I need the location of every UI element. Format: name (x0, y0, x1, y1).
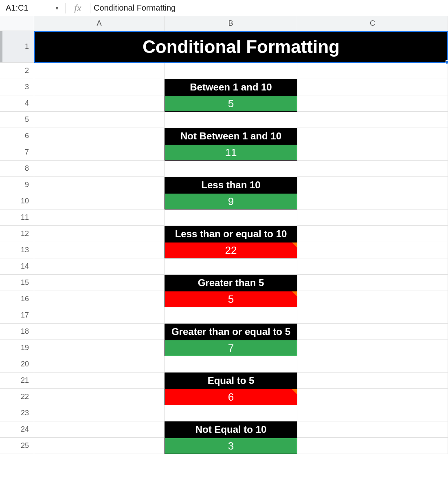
cell-C7[interactable] (297, 144, 448, 161)
row-header-14[interactable]: 14 (0, 258, 34, 275)
cell-C5[interactable] (297, 112, 448, 128)
note-indicator-icon[interactable] (292, 291, 297, 296)
row-header-4[interactable]: 4 (0, 95, 34, 112)
cell-A12[interactable] (34, 226, 165, 242)
cell-A19[interactable] (34, 340, 165, 356)
cell-A5[interactable] (34, 112, 165, 128)
cell-B13[interactable]: 22 (165, 242, 297, 258)
cell-A9[interactable] (34, 177, 165, 193)
cell-A22[interactable] (34, 389, 165, 405)
cell-B20[interactable] (165, 356, 297, 373)
title-cell[interactable]: Conditional Formatting (34, 31, 448, 63)
row-header-2[interactable]: 2 (0, 63, 34, 79)
cell-B3[interactable]: Between 1 and 10 (165, 79, 297, 95)
select-all-corner[interactable] (0, 16, 34, 31)
cell-C22[interactable] (297, 389, 448, 405)
row-header-17[interactable]: 17 (0, 307, 34, 324)
column-header-A[interactable]: A (34, 16, 165, 31)
cell-A13[interactable] (34, 242, 165, 258)
cell-B18[interactable]: Greater than or equal to 5 (165, 324, 297, 340)
cell-C12[interactable] (297, 226, 448, 242)
row-header-19[interactable]: 19 (0, 340, 34, 356)
spreadsheet-grid[interactable]: A B C 1 Conditional Formatting 2 3 Betwe… (0, 16, 448, 454)
cell-B19[interactable]: 7 (165, 340, 297, 356)
formula-input[interactable]: Conditional Formatting (90, 3, 448, 13)
column-header-C[interactable]: C (297, 16, 448, 31)
row-header-25[interactable]: 25 (0, 438, 34, 454)
cell-A6[interactable] (34, 128, 165, 144)
cell-A7[interactable] (34, 144, 165, 161)
row-header-20[interactable]: 20 (0, 356, 34, 373)
cell-C21[interactable] (297, 373, 448, 389)
cell-B23[interactable] (165, 405, 297, 421)
cell-A10[interactable] (34, 193, 165, 209)
note-indicator-icon[interactable] (292, 389, 297, 394)
row-header-1[interactable]: 1 (0, 31, 34, 63)
cell-A23[interactable] (34, 405, 165, 421)
cell-A25[interactable] (34, 438, 165, 454)
cell-A16[interactable] (34, 291, 165, 307)
column-header-B[interactable]: B (165, 16, 297, 31)
cell-A11[interactable] (34, 209, 165, 226)
cell-A21[interactable] (34, 373, 165, 389)
cell-C23[interactable] (297, 405, 448, 421)
row-header-16[interactable]: 16 (0, 291, 34, 307)
cell-A20[interactable] (34, 356, 165, 373)
cell-B17[interactable] (165, 307, 297, 324)
cell-B24[interactable]: Not Equal to 10 (165, 421, 297, 438)
cell-B14[interactable] (165, 258, 297, 275)
cell-C13[interactable] (297, 242, 448, 258)
row-header-10[interactable]: 10 (0, 193, 34, 209)
name-box[interactable]: A1:C1 ▼ (0, 3, 65, 13)
cell-B8[interactable] (165, 161, 297, 177)
cell-C16[interactable] (297, 291, 448, 307)
cell-B21[interactable]: Equal to 5 (165, 373, 297, 389)
row-header-22[interactable]: 22 (0, 389, 34, 405)
cell-A4[interactable] (34, 95, 165, 112)
cell-C15[interactable] (297, 275, 448, 291)
cell-B9[interactable]: Less than 10 (165, 177, 297, 193)
row-header-23[interactable]: 23 (0, 405, 34, 421)
cell-C2[interactable] (297, 63, 448, 79)
cell-A2[interactable] (34, 63, 165, 79)
row-header-5[interactable]: 5 (0, 112, 34, 128)
cell-A8[interactable] (34, 161, 165, 177)
note-indicator-icon[interactable] (292, 242, 297, 247)
row-header-24[interactable]: 24 (0, 421, 34, 438)
row-header-11[interactable]: 11 (0, 209, 34, 226)
row-header-9[interactable]: 9 (0, 177, 34, 193)
cell-A14[interactable] (34, 258, 165, 275)
cell-A18[interactable] (34, 324, 165, 340)
cell-B4[interactable]: 5 (165, 95, 297, 112)
cell-B22[interactable]: 6 (165, 389, 297, 405)
cell-C20[interactable] (297, 356, 448, 373)
cell-C25[interactable] (297, 438, 448, 454)
cell-C18[interactable] (297, 324, 448, 340)
cell-B10[interactable]: 9 (165, 193, 297, 209)
row-header-7[interactable]: 7 (0, 144, 34, 161)
row-header-21[interactable]: 21 (0, 373, 34, 389)
cell-A17[interactable] (34, 307, 165, 324)
cell-A15[interactable] (34, 275, 165, 291)
row-header-12[interactable]: 12 (0, 226, 34, 242)
cell-C11[interactable] (297, 209, 448, 226)
cell-A3[interactable] (34, 79, 165, 95)
cell-B7[interactable]: 11 (165, 144, 297, 161)
cell-B25[interactable]: 3 (165, 438, 297, 454)
cell-C14[interactable] (297, 258, 448, 275)
row-header-8[interactable]: 8 (0, 161, 34, 177)
cell-C24[interactable] (297, 421, 448, 438)
cell-C19[interactable] (297, 340, 448, 356)
row-header-6[interactable]: 6 (0, 128, 34, 144)
cell-B5[interactable] (165, 112, 297, 128)
row-header-15[interactable]: 15 (0, 275, 34, 291)
row-header-13[interactable]: 13 (0, 242, 34, 258)
cell-C17[interactable] (297, 307, 448, 324)
cell-B2[interactable] (165, 63, 297, 79)
cell-C10[interactable] (297, 193, 448, 209)
cell-B15[interactable]: Greater than 5 (165, 275, 297, 291)
cell-B6[interactable]: Not Between 1 and 10 (165, 128, 297, 144)
cell-B16[interactable]: 5 (165, 291, 297, 307)
row-header-18[interactable]: 18 (0, 324, 34, 340)
cell-B11[interactable] (165, 209, 297, 226)
